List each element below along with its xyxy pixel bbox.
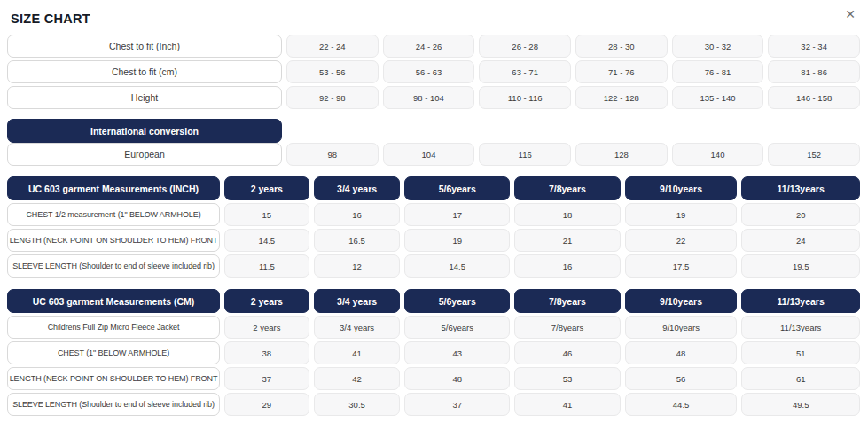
- close-icon[interactable]: ✕: [841, 5, 859, 23]
- size-value: 56 - 63: [383, 60, 475, 83]
- col-header: 5/6years: [404, 176, 510, 200]
- col-header: 9/10years: [625, 289, 738, 313]
- size-value: 81 - 86: [768, 60, 860, 83]
- size-value: 104: [383, 143, 475, 166]
- col-header: 5/6years: [404, 289, 510, 313]
- measurement-value: 51: [741, 341, 860, 364]
- size-value: 92 - 98: [286, 86, 379, 109]
- inch-measurements-table: UC 603 garment Measurements (INCH) 2 yea…: [7, 176, 860, 278]
- measurement-value: 21: [514, 229, 621, 252]
- measurement-value: 11.5: [224, 254, 309, 278]
- table-row: CHEST (1" BELOW ARMHOLE) 38 41 43 46 48 …: [7, 341, 860, 364]
- table-row: LENGTH (NECK POINT ON SHOULDER TO HEM) F…: [7, 367, 860, 390]
- fit-section: Chest to fit (Inch) 22 - 24 24 - 26 26 -…: [7, 35, 860, 109]
- size-value: 30 - 32: [672, 35, 764, 58]
- size-value: 152: [768, 143, 860, 166]
- measurement-value: 3/4 years: [314, 316, 401, 339]
- col-header: 11/13years: [741, 176, 860, 200]
- row-label: LENGTH (NECK POINT ON SHOULDER TO HEM) F…: [7, 367, 220, 390]
- col-header: 7/8years: [514, 289, 621, 313]
- row-label: Chest to fit (Inch): [7, 35, 282, 58]
- size-value: 76 - 81: [672, 60, 764, 83]
- measurement-value: 48: [625, 341, 738, 364]
- size-value: 135 - 140: [672, 86, 764, 109]
- measurement-value: 16.5: [314, 229, 401, 252]
- measurement-value: 56: [625, 367, 738, 390]
- size-value: 28 - 30: [575, 35, 668, 58]
- row-label: European: [7, 143, 282, 166]
- col-header: 2 years: [224, 289, 309, 313]
- col-header: 9/10years: [625, 176, 738, 200]
- measurement-value: 41: [514, 393, 621, 416]
- page-title: SIZE CHART: [7, 0, 860, 26]
- measurement-value: 11/13years: [741, 316, 860, 339]
- measurement-value: 9/10years: [625, 316, 738, 339]
- table-row: SLEEVE LENGTH (Shoulder to end of sleeve…: [7, 254, 860, 278]
- measurement-value: 37: [404, 393, 510, 416]
- size-value: 71 - 76: [575, 60, 668, 83]
- size-value: 146 - 158: [768, 86, 860, 109]
- measurement-value: 18: [514, 203, 621, 226]
- measurement-value: 16: [514, 254, 621, 278]
- measurement-value: 53: [514, 367, 621, 390]
- row-label: SLEEVE LENGTH (Shoulder to end of sleeve…: [7, 254, 220, 278]
- size-value: 53 - 56: [286, 60, 379, 83]
- size-chart-modal: ✕ SIZE CHART Chest to fit (Inch) 22 - 24…: [0, 0, 868, 430]
- size-value: 98: [286, 143, 379, 166]
- measurement-value: 16: [314, 203, 401, 226]
- col-header: 3/4 years: [314, 289, 401, 313]
- measurement-value: 61: [741, 367, 860, 390]
- measurement-value: 14.5: [404, 254, 510, 278]
- measurement-value: 24: [741, 229, 860, 252]
- measurement-value: 15: [224, 203, 309, 226]
- size-value: 110 - 116: [479, 86, 571, 109]
- size-value: 26 - 28: [479, 35, 571, 58]
- measurement-value: 19: [625, 203, 738, 226]
- col-header: 11/13years: [741, 289, 860, 313]
- size-value: 63 - 71: [479, 60, 571, 83]
- col-header: 7/8years: [514, 176, 621, 200]
- table-row: LENGTH (NECK POINT ON SHOULDER TO HEM) F…: [7, 229, 860, 252]
- size-value: 116: [479, 143, 571, 166]
- measurement-value: 14.5: [224, 229, 309, 252]
- measurement-value: 37: [224, 367, 309, 390]
- measurement-value: 17: [404, 203, 510, 226]
- size-value: 24 - 26: [383, 35, 475, 58]
- table-header: UC 603 garment Measurements (CM): [7, 289, 220, 313]
- size-value: 122 - 128: [575, 86, 668, 109]
- cm-measurements-table: UC 603 garment Measurements (CM) 2 years…: [7, 289, 860, 416]
- size-value: 140: [672, 143, 764, 166]
- table-row: CHEST 1/2 measurement (1" BELOW ARMHOLE)…: [7, 203, 860, 226]
- size-value: 22 - 24: [286, 35, 379, 58]
- measurement-value: 2 years: [224, 316, 309, 339]
- measurement-value: 20: [741, 203, 860, 226]
- measurement-value: 41: [314, 341, 401, 364]
- col-header: 3/4 years: [314, 176, 401, 200]
- measurement-value: 7/8years: [514, 316, 621, 339]
- measurement-value: 46: [514, 341, 621, 364]
- row-label: LENGTH (NECK POINT ON SHOULDER TO HEM) F…: [7, 229, 220, 252]
- table-row: SLEEVE LENGTH (Shoulder to end of sleeve…: [7, 393, 860, 416]
- measurement-value: 19.5: [741, 254, 860, 278]
- measurement-value: 49.5: [741, 393, 860, 416]
- table-row: Chest to fit (cm) 53 - 56 56 - 63 63 - 7…: [7, 60, 860, 83]
- measurement-value: 42: [314, 367, 401, 390]
- table-row: European 98 104 116 128 140 152: [7, 143, 860, 166]
- measurement-value: 19: [404, 229, 510, 252]
- table-row: Height 92 - 98 98 - 104 110 - 116 122 - …: [7, 86, 860, 109]
- row-label: Height: [7, 86, 282, 109]
- measurement-value: 29: [224, 393, 309, 416]
- table-header-row: UC 603 garment Measurements (INCH) 2 yea…: [7, 176, 860, 200]
- measurement-value: 17.5: [625, 254, 738, 278]
- measurement-value: 38: [224, 341, 309, 364]
- conversion-section: International conversion European 98 104…: [7, 119, 860, 166]
- measurement-value: 12: [314, 254, 401, 278]
- row-label: SLEEVE LENGTH (Shoulder to end of sleeve…: [7, 393, 220, 416]
- measurement-value: 22: [625, 229, 738, 252]
- col-header: 2 years: [224, 176, 309, 200]
- measurement-value: 5/6years: [404, 316, 510, 339]
- measurement-value: 44.5: [625, 393, 738, 416]
- table-row: Childrens Full Zip Micro Fleece Jacket 2…: [7, 316, 860, 339]
- size-value: 98 - 104: [383, 86, 475, 109]
- size-value: 128: [575, 143, 668, 166]
